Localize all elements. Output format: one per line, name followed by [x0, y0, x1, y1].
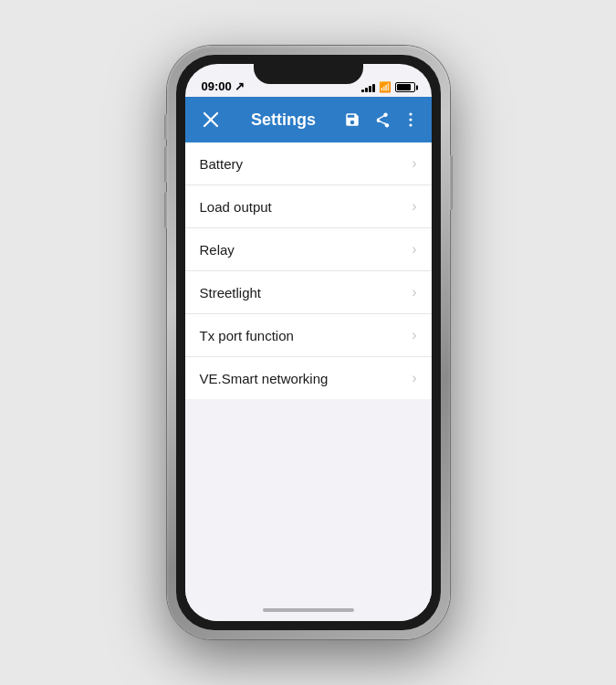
close-button[interactable] — [198, 107, 224, 132]
settings-list: Battery›Load output›Relay›Streetlight›Tx… — [185, 142, 432, 599]
settings-item-load-output[interactable]: Load output› — [185, 185, 432, 228]
signal-bar-4 — [372, 84, 375, 92]
signal-bar-2 — [365, 88, 368, 92]
svg-point-2 — [409, 112, 412, 115]
svg-point-3 — [409, 118, 412, 121]
page-title: Settings — [233, 111, 335, 130]
volume-up-button[interactable] — [164, 146, 167, 183]
settings-item-label-relay: Relay — [200, 242, 235, 258]
silent-switch[interactable] — [164, 114, 167, 140]
settings-item-label-ve-smart-networking: VE.Smart networking — [200, 371, 329, 386]
share-button[interactable] — [373, 111, 390, 128]
settings-item-label-tx-port-function: Tx port function — [200, 328, 294, 343]
app-bar-actions — [344, 111, 419, 128]
signal-icon — [361, 82, 375, 92]
chevron-icon-relay: › — [412, 241, 416, 258]
phone-frame: 09:00 ↗ 📶 — [167, 46, 450, 639]
home-bar[interactable] — [263, 608, 354, 612]
share-icon — [373, 111, 390, 128]
settings-item-label-streetlight: Streetlight — [200, 285, 262, 300]
settings-item-relay[interactable]: Relay› — [185, 228, 432, 271]
chevron-icon-streetlight: › — [412, 284, 416, 300]
more-options-button[interactable] — [402, 111, 419, 128]
wifi-icon: 📶 — [379, 81, 392, 93]
settings-item-tx-port-function[interactable]: Tx port function› — [185, 314, 432, 357]
chevron-icon-tx-port-function: › — [412, 327, 416, 343]
chevron-icon-battery: › — [412, 155, 416, 172]
settings-item-ve-smart-networking[interactable]: VE.Smart networking› — [185, 357, 432, 399]
signal-bar-3 — [369, 86, 371, 92]
home-indicator — [185, 599, 432, 621]
phone-screen-container: 09:00 ↗ 📶 — [176, 55, 441, 630]
save-button[interactable] — [344, 111, 360, 128]
settings-item-label-load-output: Load output — [200, 199, 272, 215]
battery-fill — [397, 84, 411, 90]
more-icon — [402, 111, 419, 128]
volume-down-button[interactable] — [164, 192, 167, 228]
screen: 09:00 ↗ 📶 — [185, 64, 432, 621]
settings-item-streetlight[interactable]: Streetlight› — [185, 271, 432, 314]
settings-item-label-battery: Battery — [200, 156, 244, 172]
app-bar: Settings — [185, 97, 432, 142]
battery-icon — [395, 82, 415, 92]
chevron-icon-load-output: › — [412, 198, 416, 215]
svg-point-4 — [409, 123, 412, 126]
signal-bar-1 — [361, 90, 364, 92]
save-icon — [344, 111, 360, 128]
status-icons: 📶 — [361, 81, 415, 93]
close-icon — [203, 111, 219, 128]
chevron-icon-ve-smart-networking: › — [412, 370, 416, 386]
settings-group: Battery›Load output›Relay›Streetlight›Tx… — [185, 142, 432, 399]
notch — [254, 64, 363, 84]
power-button[interactable] — [450, 155, 453, 210]
settings-item-battery[interactable]: Battery› — [185, 142, 432, 185]
status-time: 09:00 ↗ — [202, 79, 245, 93]
